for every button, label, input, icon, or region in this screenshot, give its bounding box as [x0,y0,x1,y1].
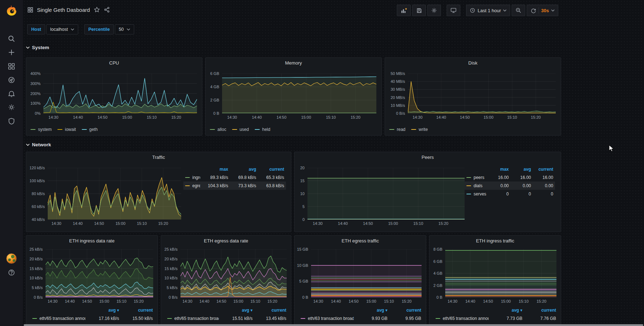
panel-title[interactable]: Disk [385,60,561,66]
share-icon[interactable] [104,6,110,13]
legend-col-avg[interactable]: avg [509,167,531,172]
legend-col-current[interactable]: current [253,308,286,313]
legend-col-avg[interactable]: avg ▾ [489,308,522,313]
legend-col-current[interactable]: current [387,308,421,313]
legend-row[interactable]: eth/65 transaction announcement7.73 GB7.… [434,314,558,322]
y-axis: 50 MB/s40 MB/s30 MB/s20 MB/s10 MB/s0 B/s [387,74,408,113]
legend-row[interactable]: serves000 [465,190,555,198]
horizontal-scrollbar[interactable] [24,324,643,326]
legend-item[interactable]: system [30,127,52,132]
help-icon[interactable] [8,269,15,277]
variable-value-host[interactable]: localhost [46,24,78,34]
chart-canvas[interactable] [311,249,422,297]
variable-value-percentile[interactable]: 50 [115,24,134,34]
chart-canvas[interactable] [445,249,556,297]
refresh-icon[interactable] [530,8,536,14]
row-header-network[interactable]: Network [26,142,51,147]
panel-title[interactable]: ETH egress traffic [295,238,426,244]
time-range-picker[interactable]: Last 1 hour [466,5,510,16]
zoom-out-button[interactable] [512,5,525,16]
x-tick-label: 15:00 [99,299,109,303]
legend-row[interactable]: eth/65 transaction announcement17.16 kB/… [30,314,155,322]
legend-item[interactable]: held [255,127,271,132]
disk-chart[interactable]: 14:3014:4014:5015:0015:1015:20 [408,74,556,113]
legend-col-current[interactable]: current [256,167,284,172]
legend-row[interactable]: eth/63 transaction broadcast9.93 GB9.95 … [299,314,423,322]
traffic-chart[interactable]: 14:3014:4014:5015:0015:1015:20 [48,168,181,219]
chart-canvas[interactable] [307,168,465,219]
legend-row[interactable]: peers16.0016.0016.00 [465,173,555,181]
chart-canvas[interactable] [46,249,153,297]
x-tick-label: 14:30 [51,221,61,226]
dashboard-title: Single Geth Dasboard [37,7,90,13]
legend-col-current[interactable]: current [531,167,553,172]
user-avatar[interactable] [6,253,17,264]
panel-title[interactable]: Memory [206,60,381,66]
cpu-chart[interactable]: 14:3014:4014:5015:0015:1015:20 [43,74,197,113]
legend-item[interactable]: geth [82,127,98,132]
panel-title[interactable]: Traffic [26,155,291,160]
y-tick-label: 120 kB/s [29,166,45,170]
panel-title[interactable]: ETH ingress traffic [429,238,561,244]
y-axis: 8 GB6 GB4 GB2 GB0 B [432,249,445,297]
legend-item[interactable]: used [232,127,249,132]
legend-item[interactable]: iowait [57,127,76,132]
alerting-bell-icon[interactable] [8,90,15,98]
panel-title[interactable]: ETH egress data rate [161,238,291,244]
eth-egress-data-rate-chart[interactable]: 14:3014:4014:5015:0015:1015:20 [180,249,287,297]
configuration-gear-icon[interactable] [8,103,15,111]
x-tick-label: 14:30 [48,299,58,303]
dashboard-grid-icon[interactable] [27,7,33,13]
server-admin-shield-icon[interactable] [8,117,15,125]
cycle-view-tv-icon[interactable] [447,5,460,16]
save-dashboard-button[interactable] [412,5,426,16]
legend-item[interactable]: alloc [210,127,226,132]
chart-canvas[interactable] [180,249,287,297]
legend-col-max[interactable]: max [200,167,228,172]
dashboard-variables: Host localhost Percentile 50 [27,24,134,34]
legend-col-avg[interactable]: avg ▾ [354,308,387,313]
add-icon[interactable] [8,48,15,56]
refresh-button-group[interactable]: 30s [527,5,558,16]
eth-egress-traffic-chart[interactable]: 14:3014:4014:5015:0015:1015:20 [311,249,422,297]
legend-col-avg[interactable]: avg ▾ [85,308,119,313]
chart-canvas[interactable] [43,74,197,113]
legend-col-max[interactable]: max [486,167,509,172]
x-tick-label: 14:40 [73,221,83,226]
legend-row[interactable]: eth/65 transaction broadcast15.51 kB/s13… [165,314,288,322]
panel-title[interactable]: CPU [26,60,202,66]
panel-title[interactable]: ETH ingress data rate [26,238,158,244]
star-icon[interactable] [94,6,100,13]
legend-col-avg[interactable]: avg ▾ [219,308,253,313]
x-tick-label: 15:10 [519,299,529,303]
legend-color-dash [82,129,87,130]
dashboards-icon[interactable] [8,62,15,70]
grafana-logo-icon[interactable] [4,3,19,19]
search-icon[interactable] [8,35,15,43]
x-tick-label: 15:00 [388,221,398,226]
legend-row[interactable]: ingress89.3 kB/s69.8 kB/s65.3 kB/s [183,173,286,181]
legend-item[interactable]: write [411,127,428,132]
dashboard-settings-button[interactable] [427,5,441,16]
explore-compass-icon[interactable] [8,76,15,84]
chart-canvas[interactable] [48,168,181,219]
peers-chart[interactable]: 14:3014:4014:5015:0015:1015:20 [307,168,465,219]
legend-row[interactable]: dials0.000.000.00 [465,181,555,190]
variable-label-host: Host [27,24,45,34]
y-tick-label: 15 [300,179,305,183]
memory-chart[interactable]: 14:3014:4014:5015:0015:1015:20 [222,74,376,113]
chart-canvas[interactable] [222,74,376,113]
legend-item[interactable]: read [389,127,405,132]
legend-col-current[interactable]: current [522,308,556,313]
panel-title[interactable]: Peers [295,155,561,160]
row-header-system[interactable]: System [26,45,49,50]
x-tick-label: 15:00 [116,221,126,226]
add-panel-button[interactable] [397,5,411,16]
chart-canvas[interactable] [408,74,556,113]
eth-ingress-traffic-chart[interactable]: 14:3014:4014:5015:0015:1015:20 [445,249,556,297]
eth-ingress-data-rate-chart[interactable]: 14:3014:4014:5015:0015:1015:20 [46,249,153,297]
refresh-interval-label[interactable]: 30s [541,8,549,13]
legend-row[interactable]: egress104.3 kB/s73.3 kB/s63.8 kB/s [183,181,286,190]
legend-col-avg[interactable]: avg [228,167,256,172]
legend-col-current[interactable]: current [119,308,153,313]
